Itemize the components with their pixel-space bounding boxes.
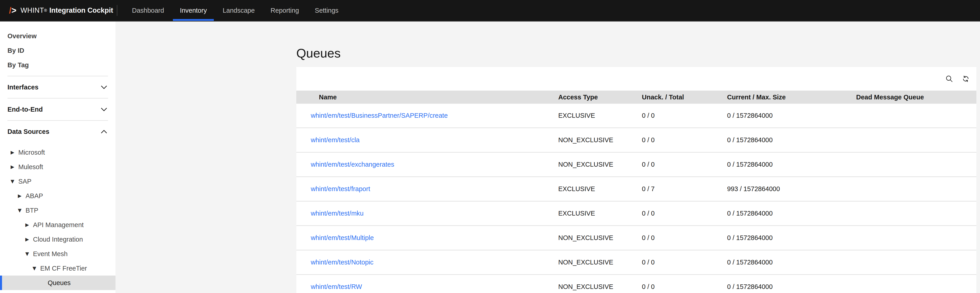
access-type-cell: NON_EXCLUSIVE xyxy=(558,283,642,290)
table-body: whint/em/test/BusinessPartner/SAPERP/cre… xyxy=(296,104,976,293)
current-max-size-cell: 0 / 1572864000 xyxy=(727,161,856,168)
nav-tabs: Dashboard Inventory Landscape Reporting … xyxy=(125,0,347,21)
access-type-cell: NON_EXCLUSIVE xyxy=(558,234,642,242)
caret-collapsed-icon[interactable]: ▶ xyxy=(18,194,25,199)
sidebar-section-end-to-end[interactable]: End-to-End xyxy=(0,102,116,117)
queue-name-link[interactable]: whint/em/test/cla xyxy=(311,136,360,144)
brand-suffix: Integration Cockpit xyxy=(49,6,113,14)
section-label: Data Sources xyxy=(8,128,49,135)
sidebar-link-label: By Tag xyxy=(8,61,29,69)
nav-tab-label: Reporting xyxy=(270,7,299,14)
tree-item[interactable]: Queues xyxy=(0,275,116,290)
queue-name-cell: whint/em/test/RW xyxy=(296,283,558,290)
table-row[interactable]: whint/em/test/mku EXCLUSIVE 0 / 0 0 / 15… xyxy=(296,202,976,226)
access-type-cell: EXCLUSIVE xyxy=(558,210,642,217)
nav-tab[interactable]: Reporting xyxy=(264,0,306,21)
table-header-row: Name Access Type Unack. / Total Current … xyxy=(296,91,976,104)
table-row[interactable]: whint/em/test/BusinessPartner/SAPERP/cre… xyxy=(296,104,976,128)
unack-total-cell: 0 / 0 xyxy=(642,136,727,144)
top-nav-bar: / > WHINT ® Integration Cockpit Dashboar… xyxy=(0,0,980,21)
nav-divider xyxy=(117,5,117,16)
caret-collapsed-icon[interactable]: ▶ xyxy=(25,223,33,227)
queue-name-link[interactable]: whint/em/test/Notopic xyxy=(311,259,373,266)
nav-tab-label: Dashboard xyxy=(132,7,164,14)
caret-collapsed-icon[interactable]: ▶ xyxy=(11,165,18,170)
caret-collapsed-icon[interactable]: ▶ xyxy=(11,150,18,155)
nav-tab[interactable]: Inventory xyxy=(173,0,214,21)
queue-name-link[interactable]: whint/em/test/RW xyxy=(311,283,362,290)
unack-total-cell: 0 / 0 xyxy=(642,112,727,119)
access-type-cell: NON_EXCLUSIVE xyxy=(558,161,642,168)
page-title: Queues xyxy=(296,46,340,60)
sidebar-link[interactable]: By Tag xyxy=(0,58,116,72)
table-row[interactable]: whint/em/test/exchangerates NON_EXCLUSIV… xyxy=(296,153,976,177)
tree-item-label: Queues xyxy=(48,279,71,287)
table-column-header[interactable]: Access Type xyxy=(558,93,642,101)
sidebar-link[interactable]: Overview xyxy=(0,29,116,43)
sidebar-divider xyxy=(8,98,108,99)
table-column-header[interactable]: Current / Max. Size xyxy=(727,93,856,101)
sidebar-link-label: By ID xyxy=(8,47,24,54)
tree-item[interactable]: ▶ ABAP xyxy=(0,189,116,203)
nav-tab[interactable]: Dashboard xyxy=(125,0,171,21)
tree-item-label: ABAP xyxy=(25,192,43,200)
tree-item[interactable]: ▶ Microsoft xyxy=(0,145,116,160)
search-icon[interactable] xyxy=(945,75,953,83)
table-column-header[interactable]: Dead Message Queue xyxy=(856,93,976,101)
tree-item[interactable]: ▶ Mulesoft xyxy=(0,160,116,174)
queue-name-link[interactable]: whint/em/test/fraport xyxy=(311,185,370,192)
table-row[interactable]: whint/em/test/fraport EXCLUSIVE 0 / 7 99… xyxy=(296,177,976,202)
section-label: End-to-End xyxy=(8,106,43,113)
column-header-label: Dead Message Queue xyxy=(856,93,924,101)
sidebar-link[interactable]: By ID xyxy=(0,43,116,58)
table-row[interactable]: whint/em/test/Notopic NON_EXCLUSIVE 0 / … xyxy=(296,250,976,275)
queue-name-cell: whint/em/test/mku xyxy=(296,210,558,217)
table-row[interactable]: whint/em/test/cla NON_EXCLUSIVE 0 / 0 0 … xyxy=(296,128,976,153)
chevron-down-icon xyxy=(100,107,107,111)
queue-name-cell: whint/em/test/cla xyxy=(296,136,558,144)
sidebar-divider xyxy=(8,76,108,76)
caret-expanded-icon[interactable]: ▼ xyxy=(33,266,40,271)
access-type-cell: EXCLUSIVE xyxy=(558,112,642,119)
tree-item[interactable]: ▶ Cloud Integration xyxy=(0,232,116,247)
queue-name-link[interactable]: whint/em/test/Multiple xyxy=(311,234,374,242)
caret-expanded-icon[interactable]: ▼ xyxy=(11,179,18,184)
nav-tab-label: Landscape xyxy=(223,7,255,14)
chevron-down-icon xyxy=(100,85,107,89)
queue-name-cell: whint/em/test/fraport xyxy=(296,185,558,193)
queue-name-cell: whint/em/test/exchangerates xyxy=(296,161,558,168)
caret-expanded-icon[interactable]: ▼ xyxy=(25,251,33,256)
column-header-label: Name xyxy=(319,93,337,101)
sidebar-section-interfaces[interactable]: Interfaces xyxy=(0,80,116,94)
nav-tab[interactable]: Settings xyxy=(308,0,345,21)
queue-name-link[interactable]: whint/em/test/exchangerates xyxy=(311,161,394,168)
unack-total-cell: 0 / 0 xyxy=(642,259,727,266)
refresh-icon[interactable] xyxy=(962,75,970,83)
current-max-size-cell: 0 / 1572864000 xyxy=(727,210,856,217)
registered-mark: ® xyxy=(44,8,47,13)
unack-total-cell: 0 / 0 xyxy=(642,234,727,242)
table-row[interactable]: whint/em/test/RW NON_EXCLUSIVE 0 / 0 0 /… xyxy=(296,275,976,293)
table-column-header[interactable]: Name xyxy=(296,93,558,101)
caret-collapsed-icon[interactable]: ▶ xyxy=(25,237,33,242)
sidebar-links: Overview By ID By Tag xyxy=(0,29,116,72)
table-row[interactable]: whint/em/test/Multiple NON_EXCLUSIVE 0 /… xyxy=(296,226,976,250)
tree-item[interactable]: ▼ BTP xyxy=(0,203,116,218)
tree-item-label: Microsoft xyxy=(18,149,45,156)
logo-slash-icon: / xyxy=(9,6,11,15)
tree-item[interactable]: ▼ Event Mesh xyxy=(0,247,116,261)
brand-name: WHINT xyxy=(21,6,44,14)
chevron-up-icon xyxy=(100,130,107,134)
tree-item[interactable]: ▼ EM CF FreeTier xyxy=(0,261,116,275)
unack-total-cell: 0 / 0 xyxy=(642,210,727,217)
current-max-size-cell: 0 / 1572864000 xyxy=(727,234,856,242)
nav-tab-label: Inventory xyxy=(180,7,207,14)
tree-item[interactable]: ▶ API Management xyxy=(0,218,116,232)
tree-item[interactable]: ▼ SAP xyxy=(0,174,116,189)
table-column-header[interactable]: Unack. / Total xyxy=(642,93,727,101)
queue-name-link[interactable]: whint/em/test/BusinessPartner/SAPERP/cre… xyxy=(311,112,448,119)
caret-expanded-icon[interactable]: ▼ xyxy=(18,208,25,213)
nav-tab[interactable]: Landscape xyxy=(216,0,262,21)
sidebar-section-data-sources[interactable]: Data Sources xyxy=(0,124,116,139)
queue-name-link[interactable]: whint/em/test/mku xyxy=(311,210,364,217)
